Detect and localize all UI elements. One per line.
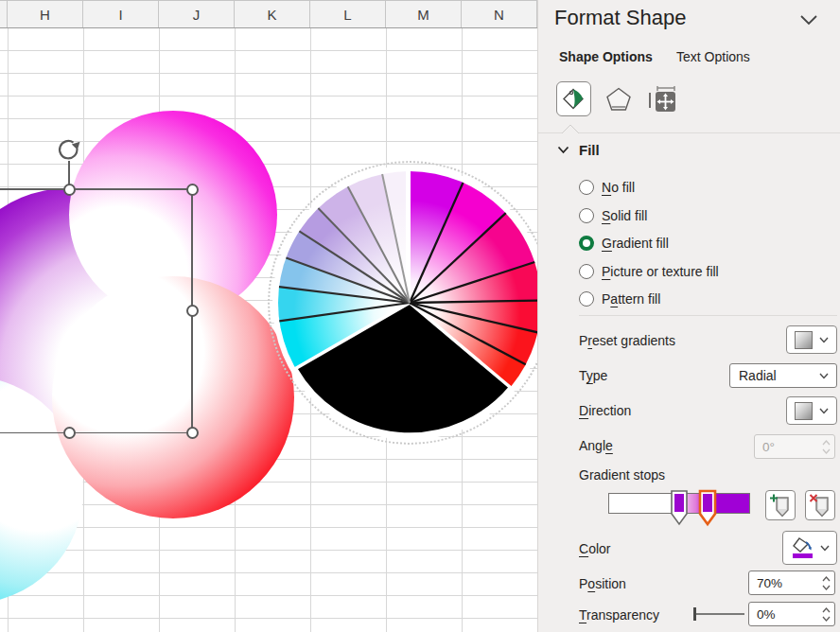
- spinner-down-icon: [822, 448, 831, 454]
- transparency-slider-track[interactable]: [695, 613, 744, 615]
- effects-button[interactable]: [601, 81, 636, 116]
- column-header-H[interactable]: H: [8, 1, 83, 27]
- chevron-down-icon: [819, 408, 829, 414]
- add-gradient-stop-button[interactable]: [765, 490, 796, 520]
- gradient-stops-label: Gradient stops: [579, 467, 665, 483]
- column-header-row: HIJKLMN: [0, 0, 537, 28]
- transparency-spinner[interactable]: 0%: [748, 602, 835, 626]
- column-header-J[interactable]: J: [159, 1, 235, 27]
- column-header-K[interactable]: K: [235, 1, 310, 27]
- fill-option-picture-or-texture-fill[interactable]: Picture or texture fill: [579, 263, 719, 280]
- selection-handle-bottom-right[interactable]: [186, 427, 199, 439]
- position-spinner[interactable]: 70%: [748, 571, 835, 595]
- preset-gradients-label: Preset gradients: [579, 333, 675, 348]
- color-label: Color: [579, 541, 610, 556]
- position-label: Position: [579, 576, 626, 591]
- gradient-stop-selected[interactable]: [697, 488, 718, 528]
- position-value: 70%: [749, 571, 817, 594]
- gradient-stop[interactable]: [669, 488, 690, 528]
- fill-section-divider: [579, 315, 837, 316]
- chevron-down-icon: [820, 545, 830, 552]
- angle-spinner: 0°: [754, 434, 835, 459]
- fill-option-label: Picture or texture fill: [602, 264, 719, 279]
- excel-window: HIJKLMN Format Shape Shape Options Text …: [0, 0, 840, 632]
- spinner-up-icon[interactable]: [822, 607, 831, 613]
- radio-unselected[interactable]: [579, 180, 594, 195]
- remove-gradient-stop-button[interactable]: [805, 490, 835, 520]
- column-header-M[interactable]: M: [386, 1, 462, 27]
- paint-bucket-icon: [561, 86, 586, 112]
- add-stop-icon: [769, 493, 792, 518]
- radio-unselected[interactable]: [579, 291, 594, 307]
- fill-option-pattern-fill[interactable]: Pattern fill: [579, 290, 660, 307]
- selection-handle-top-center[interactable]: [63, 184, 76, 196]
- fill-option-label: No fill: [602, 180, 635, 195]
- remove-stop-icon: [809, 493, 831, 518]
- type-dropdown[interactable]: Radial: [729, 363, 837, 388]
- angle-value: 0°: [755, 435, 817, 458]
- transparency-label: Transparency: [579, 607, 659, 623]
- fill-option-label: Gradient fill: [602, 236, 669, 251]
- selection-handle-top-right[interactable]: [186, 184, 199, 196]
- transparency-slider-thumb[interactable]: [693, 607, 696, 621]
- toolbar-divider: [538, 132, 840, 133]
- selection-edge-top: [0, 188, 193, 190]
- pie-dotted-selection-outline: [268, 161, 537, 445]
- spinner-up-icon[interactable]: [822, 576, 831, 582]
- gradient-swatch-icon: [795, 402, 813, 420]
- size-properties-icon: [646, 85, 678, 114]
- paint-bucket-color-icon: [790, 536, 814, 559]
- selection-handle-mid-right[interactable]: [186, 305, 199, 317]
- column-header-N[interactable]: N: [462, 1, 537, 27]
- column-header-I[interactable]: I: [83, 1, 159, 27]
- selection-handle-bottom-center[interactable]: [63, 427, 76, 439]
- fill-section-chevron-icon[interactable]: [557, 146, 569, 154]
- fill-and-line-button[interactable]: [556, 81, 591, 116]
- rotate-handle-icon[interactable]: [56, 136, 82, 163]
- fill-option-no-fill[interactable]: No fill: [579, 179, 635, 196]
- type-value: Radial: [730, 368, 819, 383]
- fill-option-solid-fill[interactable]: Solid fill: [579, 207, 647, 224]
- transparency-value: 0%: [749, 603, 817, 625]
- size-properties-button[interactable]: [644, 81, 679, 116]
- direction-dropdown[interactable]: [786, 396, 837, 425]
- column-header-L[interactable]: L: [310, 1, 386, 27]
- spinner-down-icon[interactable]: [822, 616, 831, 622]
- format-shape-pane: Format Shape Shape Options Text Options: [537, 0, 840, 632]
- chevron-down-icon: [819, 373, 829, 379]
- column-header-spacer: [0, 1, 8, 27]
- radio-unselected[interactable]: [579, 264, 594, 279]
- type-label: Type: [579, 368, 607, 383]
- chevron-down-icon[interactable]: [799, 13, 818, 26]
- fill-section-header[interactable]: Fill: [579, 142, 600, 158]
- selected-tool-notch: [562, 125, 579, 133]
- selection-edge-bottom: [0, 432, 193, 434]
- pane-title: Format Shape: [554, 6, 686, 30]
- fill-option-label: Solid fill: [602, 208, 647, 223]
- spinner-down-icon[interactable]: [822, 585, 831, 590]
- tab-shape-options[interactable]: Shape Options: [559, 49, 653, 64]
- worksheet-canvas[interactable]: HIJKLMN: [0, 0, 537, 632]
- tab-text-options[interactable]: Text Options: [676, 49, 750, 64]
- gradient-swatch-icon: [795, 331, 813, 349]
- pentagon-icon: [605, 86, 632, 112]
- chevron-down-icon: [819, 337, 829, 343]
- direction-label: Direction: [579, 403, 631, 418]
- gradient-circle-red[interactable]: [52, 276, 294, 518]
- preset-gradients-dropdown[interactable]: [786, 325, 837, 354]
- spinner-up-icon: [822, 440, 831, 446]
- fill-option-gradient-fill[interactable]: Gradient fill: [579, 235, 669, 252]
- angle-label: Angle: [579, 438, 613, 453]
- radio-unselected[interactable]: [579, 208, 594, 223]
- radio-selected[interactable]: [579, 236, 594, 251]
- fill-option-label: Pattern fill: [602, 291, 660, 307]
- color-dropdown[interactable]: [782, 531, 837, 565]
